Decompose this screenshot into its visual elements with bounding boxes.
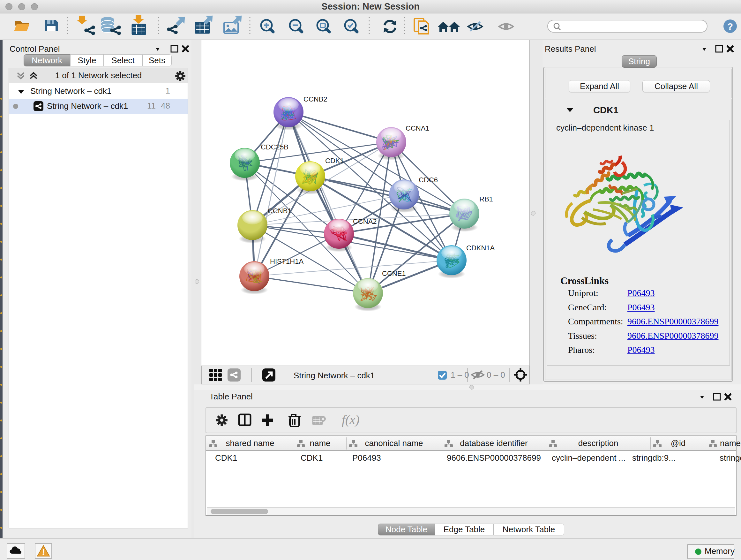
svg-text:CDK1: CDK1: [325, 157, 344, 165]
svg-text:CCNA1: CCNA1: [406, 124, 429, 132]
svg-text:CCNB2: CCNB2: [304, 95, 327, 103]
svg-text:CDKN1A: CDKN1A: [466, 244, 495, 252]
svg-text:CDC25B: CDC25B: [261, 143, 288, 151]
svg-text:CDC6: CDC6: [419, 176, 438, 184]
svg-text:f(x): f(x): [342, 413, 360, 427]
svg-text:CCNB1: CCNB1: [268, 207, 292, 215]
svg-text:HIST1H1A: HIST1H1A: [270, 257, 304, 265]
svg-text:CCNE1: CCNE1: [382, 269, 406, 277]
svg-text:RB1: RB1: [479, 195, 493, 203]
svg-text:CCNA2: CCNA2: [353, 217, 377, 226]
svg-text:?: ?: [727, 21, 733, 32]
